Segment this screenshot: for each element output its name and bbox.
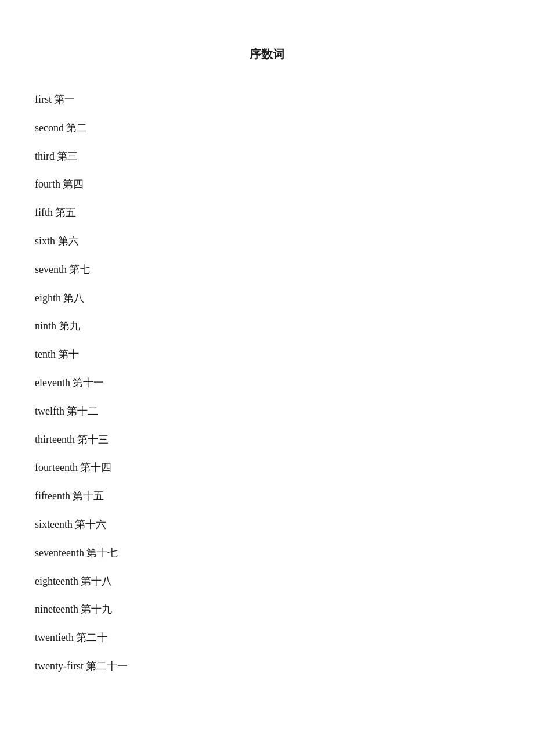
list-item: twelfth 第十二 bbox=[35, 397, 499, 426]
list-item: eighth 第八 bbox=[35, 284, 499, 312]
list-item: twenty-first 第二十一 bbox=[35, 652, 499, 681]
list-item: seventeenth 第十七 bbox=[35, 539, 499, 567]
list-item: tenth 第十 bbox=[35, 340, 499, 369]
page-container: 序数词 first 第一second 第二third 第三fourth 第四fi… bbox=[0, 0, 534, 727]
list-item: nineteenth 第十九 bbox=[35, 595, 499, 624]
list-item: fourteenth 第十四 bbox=[35, 453, 499, 482]
list-item: fifteenth 第十五 bbox=[35, 482, 499, 510]
page-title: 序数词 bbox=[35, 46, 499, 62]
list-item: first 第一 bbox=[35, 85, 499, 114]
list-item: sixth 第六 bbox=[35, 227, 499, 255]
list-item: sixteenth 第十六 bbox=[35, 510, 499, 539]
list-item: third 第三 bbox=[35, 142, 499, 171]
list-item: twentieth 第二十 bbox=[35, 624, 499, 652]
list-item: eleventh 第十一 bbox=[35, 369, 499, 397]
list-item: fourth 第四 bbox=[35, 170, 499, 199]
list-item: eighteenth 第十八 bbox=[35, 567, 499, 596]
list-item: seventh 第七 bbox=[35, 255, 499, 284]
list-item: second 第二 bbox=[35, 114, 499, 142]
list-item: ninth 第九 bbox=[35, 312, 499, 340]
list-item: thirteenth 第十三 bbox=[35, 426, 499, 454]
list-item: fifth 第五 bbox=[35, 199, 499, 227]
word-list: first 第一second 第二third 第三fourth 第四fifth … bbox=[35, 85, 499, 681]
